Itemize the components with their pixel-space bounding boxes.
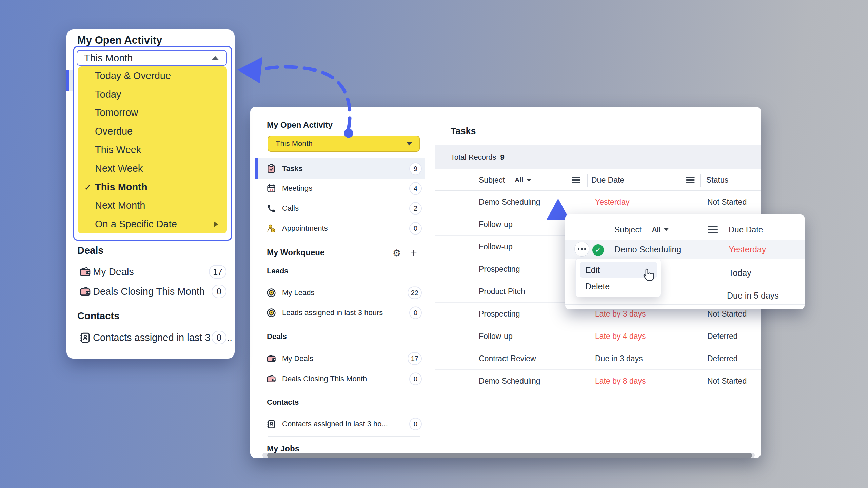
jobs-title: My Jobs [267,444,299,453]
period-filter-value: This Month [276,139,313,148]
subject-filter-dropdown[interactable]: All [515,176,531,184]
menu-item-delete[interactable]: Delete [585,282,610,291]
panel-section-deals: Deals [77,245,103,256]
phone-icon [267,204,276,213]
panel-item-contacts-assigned[interactable]: Contacts assigned in last 3 ho... 0 [66,328,235,347]
table-row[interactable]: Follow-up Late by 4 days Deferred [435,325,761,347]
table-zoom-popup: Subject All Due Date ✓ Demo Scheduling Y… [565,214,805,309]
horizontal-scrollbar-thumb[interactable] [267,453,752,458]
sidebar-item-deals-closing[interactable]: Deals Closing This Month 0 [255,369,425,389]
table-row[interactable]: Demo Scheduling Late by 8 days Not Start… [435,370,761,392]
chevron-down-icon [406,142,412,146]
option-specific-date[interactable]: On a Specific Date [78,215,227,233]
arrowhead-left [237,57,262,83]
selected-row-accent-sliver [66,70,69,92]
task-clipboard-icon [267,164,276,174]
contact-card-icon [267,419,276,429]
option-this-week[interactable]: This Week [78,141,227,159]
divider [565,304,805,305]
lead-target-icon [267,288,276,298]
chevron-up-icon [212,56,219,60]
column-menu-icon[interactable] [708,226,718,233]
wallet-icon [267,374,276,384]
chevron-down-icon [527,179,531,181]
sidebar-item-my-leads[interactable]: My Leads 22 [255,283,425,303]
appointment-icon [267,224,276,233]
option-this-month[interactable]: ✓ This Month [78,178,227,197]
column-due-date: Due Date [729,225,763,235]
gear-icon[interactable]: ⚙ [393,248,401,258]
group-header-leads: Leads [267,267,289,276]
divider [268,436,420,437]
option-tomorrow[interactable]: Tomorrow [78,104,227,122]
count-badge: 0 [409,306,422,319]
option-next-month[interactable]: Next Month [78,196,227,215]
partial-row-due-date: Due in 5 days [727,291,779,301]
menu-item-edit[interactable]: Edit [585,265,600,275]
count-badge: 9 [409,162,422,175]
table-header: Subject All Due Date Status [435,169,761,191]
column-subject: Subject [614,225,642,235]
period-select-value: This Month [84,53,133,64]
option-today-overdue[interactable]: Today & Overdue [78,66,227,85]
table-row[interactable]: Demo Scheduling Yesterday Not Started [435,191,761,213]
partial-row-due-date: Today [729,268,751,278]
total-records-value: 9 [500,153,505,162]
column-subject[interactable]: Subject [479,176,505,185]
divider [700,174,701,187]
wallet-icon [79,286,91,297]
count-badge: 0 [212,331,226,344]
panel-item-deals-closing[interactable]: Deals Closing This Month 0 [66,282,235,301]
subject-filter-dropdown[interactable]: All [652,226,669,233]
divider [268,241,420,241]
count-badge: 17 [209,265,226,279]
sidebar-item-calls[interactable]: Calls 2 [255,198,425,218]
sidebar-item-my-deals[interactable]: My Deals 17 [255,348,425,368]
sidebar-item-meetings[interactable]: Meetings 4 [255,178,425,198]
desktop-background: My Open Activity This Month Today & Over… [0,0,868,488]
column-status[interactable]: Status [706,176,728,185]
option-overdue[interactable]: Overdue [78,122,227,141]
period-filter-select[interactable]: This Month [268,136,420,152]
divider [723,222,723,237]
add-icon[interactable]: + [410,246,417,260]
sidebar-item-tasks[interactable]: Tasks 9 [255,158,425,179]
column-menu-icon[interactable] [572,177,580,183]
activity-filter-panel: My Open Activity This Month Today & Over… [66,29,235,359]
period-dropdown-list: Today & Overdue Today Tomorrow Overdue T… [78,66,227,233]
count-badge: 0 [409,372,422,385]
sidebar-item-contacts-assigned[interactable]: Contacts assigned in last 3 ho... 0 [255,414,425,434]
panel-title: My Open Activity [77,34,162,46]
count-badge: 22 [408,286,422,299]
option-today[interactable]: Today [78,85,227,104]
column-due-date[interactable]: Due Date [591,176,624,185]
row-actions-icon[interactable] [574,242,589,257]
lead-target-icon [267,308,276,318]
group-header-deals: Deals [267,332,287,341]
sidebar-title: My Open Activity [267,120,333,130]
group-header-contacts: Contacts [267,398,299,407]
contact-card-icon [79,332,91,343]
table-row[interactable]: Contract Review Due in 3 days Deferred [435,347,761,370]
total-records-label: Total Records [451,153,496,162]
divider [587,174,588,187]
sidebar-item-appointments[interactable]: Appointments 0 [255,218,425,238]
panel-section-contacts: Contacts [77,310,119,322]
hand-cursor-icon [642,268,656,282]
sidebar-item-leads-assigned[interactable]: Leads assigned in last 3 hours 0 [255,303,425,323]
count-badge: 0 [409,222,422,235]
row-selected-check-icon[interactable]: ✓ [592,244,604,256]
total-records-bar: Total Records 9 [435,145,761,169]
option-next-week[interactable]: Next Week [78,159,227,178]
submenu-arrow-icon [214,221,218,227]
count-badge: 4 [409,182,422,195]
divider [77,352,224,352]
period-select[interactable]: This Month [77,50,227,66]
chevron-down-icon [664,228,669,231]
checkmark-icon: ✓ [84,182,92,192]
row-due-date: Yesterday [729,245,766,255]
count-badge: 0 [212,285,226,298]
column-menu-icon[interactable] [686,177,695,183]
panel-item-my-deals[interactable]: My Deals 17 [66,263,235,281]
count-badge: 17 [408,352,422,365]
